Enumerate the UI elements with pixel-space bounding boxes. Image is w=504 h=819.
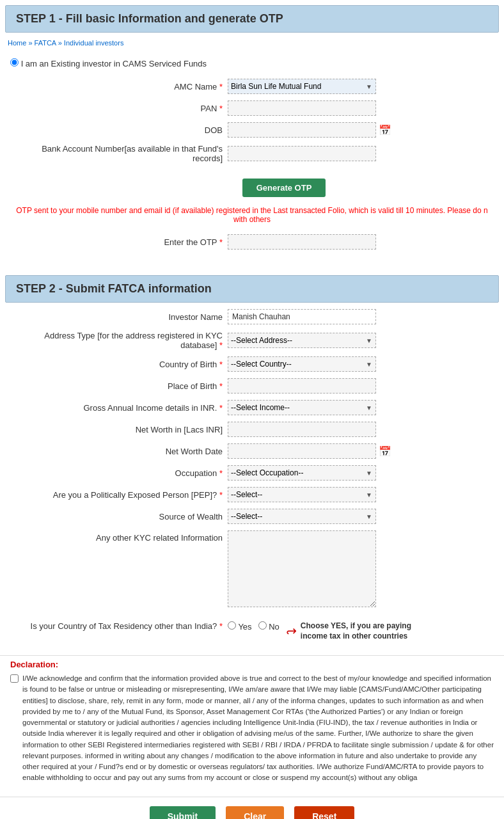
occupation-select[interactable]: --Select Occupation-- (228, 465, 376, 481)
otp-input[interactable] (228, 234, 376, 250)
tax-hint: ↩ Choose YES, if you are paying income t… (286, 621, 429, 641)
otp-row: Enter the OTP * (10, 234, 494, 250)
bank-account-label: Bank Account Number[as available in that… (10, 144, 228, 163)
country-birth-row: Country of Birth * --Select Country-- (10, 356, 494, 372)
net-worth-input-cell (228, 422, 494, 437)
pan-row: PAN * (10, 100, 494, 116)
existing-investor-label: I am an Existing investor in CAMS Servic… (21, 59, 207, 68)
gross-income-row: Gross Annual Income details in INR. * --… (10, 400, 494, 415)
pep-select-wrapper: --Select-- (228, 487, 376, 502)
amc-name-row: AMC Name * Birla Sun Life Mutual Fund (10, 79, 494, 94)
source-wealth-select[interactable]: --Select-- (228, 509, 376, 524)
otp-label: Enter the OTP * (10, 237, 228, 247)
source-wealth-label: Source of Wealth (10, 512, 228, 521)
source-wealth-row: Source of Wealth --Select-- (10, 509, 494, 524)
country-birth-input-cell: --Select Country-- (228, 356, 494, 372)
source-wealth-select-wrapper: --Select-- (228, 509, 376, 524)
bank-account-row: Bank Account Number[as available in that… (10, 144, 494, 163)
page-wrapper: STEP 1 - Fill basic Information and gene… (0, 5, 504, 819)
reset-button[interactable]: Reset (294, 806, 354, 819)
investor-name-label: Investor Name (10, 312, 228, 322)
net-worth-date-row: Net Worth Date 📅 (10, 443, 494, 459)
submit-button[interactable]: Submit (150, 806, 216, 819)
tax-no-text: No (269, 622, 280, 632)
gross-income-input-cell: --Select Income-- (228, 400, 494, 415)
dob-calendar-icon[interactable]: 📅 (379, 124, 391, 136)
net-worth-date-input[interactable] (228, 443, 376, 459)
pan-input[interactable] (228, 100, 376, 116)
existing-investor-radio-label[interactable]: I am an Existing investor in CAMS Servic… (10, 59, 207, 68)
amc-name-input-cell: Birla Sun Life Mutual Fund (228, 79, 494, 94)
otp-input-cell (228, 234, 494, 250)
other-kyc-textarea[interactable] (228, 530, 376, 607)
place-birth-row: Place of Birth * (10, 378, 494, 394)
gross-income-label: Gross Annual Income details in INR. * (10, 403, 228, 413)
otp-section: Enter the OTP * (0, 230, 504, 260)
place-birth-input[interactable] (228, 378, 376, 394)
tax-yes-label[interactable]: Yes (228, 621, 252, 632)
address-type-select[interactable]: --Select Address-- (228, 333, 376, 348)
source-wealth-input-cell: --Select-- (228, 509, 494, 524)
generate-otp-button[interactable]: Generate OTP (242, 179, 326, 197)
generate-otp-row: Generate OTP (0, 179, 504, 197)
tax-no-label[interactable]: No (258, 621, 280, 632)
declaration-checkbox[interactable] (10, 674, 19, 683)
declaration-text: I/We acknowledge and confirm that the in… (22, 673, 494, 784)
other-kyc-label: Any other KYC related Information (10, 530, 228, 543)
dob-input[interactable] (228, 122, 376, 138)
investor-name-row: Investor Name (10, 309, 494, 324)
bottom-buttons: Submit Clear Reset (0, 797, 504, 819)
country-birth-select[interactable]: --Select Country-- (228, 356, 376, 372)
declaration-section: Declaration: I/We acknowledge and confir… (0, 655, 504, 797)
place-birth-input-cell (228, 378, 494, 394)
bank-account-input[interactable] (228, 146, 376, 161)
amc-select-wrapper: Birla Sun Life Mutual Fund (228, 79, 376, 94)
tax-hint-text: Choose YES, if you are paying income tax… (301, 621, 429, 641)
tax-yes-text: Yes (238, 622, 251, 632)
radio-section: I am an Existing investor in CAMS Servic… (0, 54, 504, 75)
clear-button[interactable]: Clear (226, 806, 284, 819)
place-birth-label: Place of Birth * (10, 381, 228, 391)
tax-hint-arrow-icon: ↩ (286, 624, 297, 639)
tax-residency-row: Is your Country of Tax Residency other t… (10, 621, 494, 641)
pan-label: PAN * (10, 104, 228, 113)
tax-options: Yes No (228, 621, 280, 632)
pep-input-cell: --Select-- (228, 487, 494, 502)
gross-income-select-wrapper: --Select Income-- (228, 400, 376, 415)
amc-name-select[interactable]: Birla Sun Life Mutual Fund (228, 79, 376, 94)
net-worth-date-calendar-icon[interactable]: 📅 (379, 445, 391, 457)
address-type-select-wrapper: --Select Address-- (228, 333, 376, 348)
investor-name-input[interactable] (228, 309, 376, 324)
step2-title: STEP 2 - Submit FATCA information (16, 282, 488, 296)
net-worth-date-label: Net Worth Date (10, 447, 228, 456)
breadcrumb: Home » FATCA » Individual investors (0, 36, 504, 49)
step2-header: STEP 2 - Submit FATCA information (5, 275, 499, 303)
gross-income-select[interactable]: --Select Income-- (228, 400, 376, 415)
breadcrumb-individual[interactable]: Individual investors (64, 39, 124, 47)
pep-row: Are you a Politically Exposed Person [PE… (10, 487, 494, 502)
declaration-checkbox-row: I/We acknowledge and confirm that the in… (10, 673, 494, 789)
breadcrumb-home[interactable]: Home (8, 39, 26, 47)
address-type-row: Address Type [for the address registered… (10, 331, 494, 350)
net-worth-row: Net Worth in [Lacs INR] (10, 422, 494, 437)
pep-select[interactable]: --Select-- (228, 487, 376, 502)
pep-label: Are you a Politically Exposed Person [PE… (10, 490, 228, 500)
net-worth-input[interactable] (228, 422, 376, 437)
other-kyc-row: Any other KYC related Information (10, 530, 494, 607)
address-type-label: Address Type [for the address registered… (10, 331, 228, 350)
tax-no-radio[interactable] (258, 621, 267, 630)
investor-name-input-cell (228, 309, 494, 324)
dob-row: DOB 📅 (10, 122, 494, 138)
declaration-title: Declaration: (10, 660, 494, 669)
otp-message: OTP sent to your mobile number and email… (0, 203, 504, 230)
other-kyc-input-cell (228, 530, 494, 607)
step2-form: Investor Name Address Type [for the addr… (0, 306, 504, 616)
step1-title: STEP 1 - Fill basic Information and gene… (16, 12, 488, 26)
tax-residency-label: Is your Country of Tax Residency other t… (10, 621, 228, 631)
tax-yes-radio[interactable] (228, 621, 236, 630)
step1-form: AMC Name * Birla Sun Life Mutual Fund PA… (0, 75, 504, 173)
existing-investor-radio[interactable] (10, 58, 19, 67)
occupation-row: Occupation * --Select Occupation-- (10, 465, 494, 481)
breadcrumb-fatca[interactable]: FATCA (35, 39, 56, 47)
country-birth-label: Country of Birth * (10, 360, 228, 369)
